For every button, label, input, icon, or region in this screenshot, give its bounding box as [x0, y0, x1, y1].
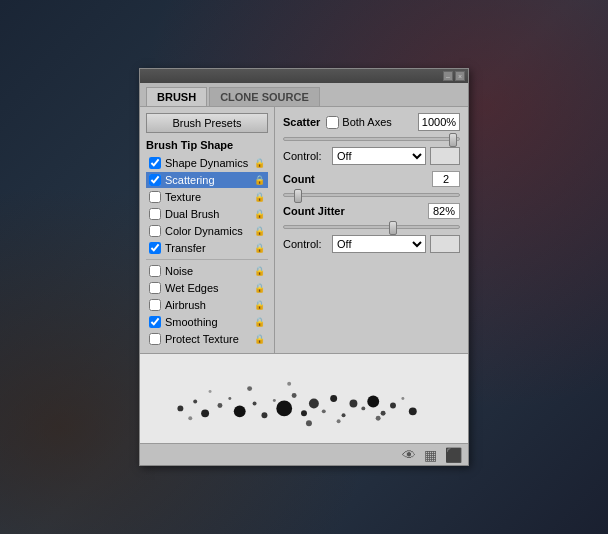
svg-point-1: [193, 399, 197, 403]
airbrush-label: Airbrush: [165, 299, 206, 311]
lock-icon-wet-edges: 🔒: [254, 283, 265, 293]
brush-item-airbrush[interactable]: Airbrush 🔒: [146, 297, 268, 313]
brush-item-texture[interactable]: Texture 🔒: [146, 189, 268, 205]
brush-item-noise[interactable]: Noise 🔒: [146, 263, 268, 279]
scattering-label: Scattering: [165, 174, 215, 186]
svg-point-26: [287, 382, 291, 386]
control1-select[interactable]: Off Fade Pen Pressure Pen Tilt: [332, 147, 426, 165]
noise-label: Noise: [165, 265, 193, 277]
lock-icon-noise: 🔒: [254, 266, 265, 276]
eye-icon[interactable]: 👁: [402, 447, 416, 463]
collapse-button[interactable]: –: [443, 71, 453, 81]
wet-edges-checkbox[interactable]: [149, 282, 161, 294]
texture-checkbox[interactable]: [149, 191, 161, 203]
transfer-checkbox[interactable]: [149, 242, 161, 254]
count-slider-thumb[interactable]: [294, 189, 302, 203]
preview-footer: 👁 ▦ ⬛: [140, 443, 468, 465]
scatter-label: Scatter: [283, 116, 320, 128]
noise-checkbox[interactable]: [149, 265, 161, 277]
brush-panel: – × BRUSH CLONE SOURCE Brush Presets Bru…: [139, 68, 469, 466]
close-button[interactable]: ×: [455, 71, 465, 81]
wet-edges-label: Wet Edges: [165, 282, 219, 294]
protect-texture-label: Protect Texture: [165, 333, 239, 345]
scatter-slider-row: [283, 137, 460, 141]
texture-label: Texture: [165, 191, 201, 203]
svg-point-29: [376, 416, 381, 421]
lock-icon-dual-brush: 🔒: [254, 209, 265, 219]
brush-item-transfer[interactable]: Transfer 🔒: [146, 240, 268, 256]
panel-body: Brush Presets Brush Tip Shape Shape Dyna…: [140, 107, 468, 353]
count-jitter-row: Count Jitter 82%: [283, 203, 460, 219]
svg-point-23: [188, 416, 192, 420]
count-jitter-slider-track[interactable]: [283, 225, 460, 229]
svg-point-8: [273, 399, 276, 402]
count-label: Count: [283, 173, 315, 185]
svg-point-5: [234, 405, 246, 417]
svg-point-17: [361, 406, 365, 410]
svg-point-6: [253, 401, 257, 405]
svg-point-9: [276, 400, 292, 416]
brush-preview-canvas: [140, 354, 468, 443]
lock-icon-transfer: 🔒: [254, 243, 265, 253]
brush-item-protect-texture[interactable]: Protect Texture 🔒: [146, 331, 268, 347]
svg-point-19: [381, 411, 386, 416]
smoothing-checkbox[interactable]: [149, 316, 161, 328]
dual-brush-checkbox[interactable]: [149, 208, 161, 220]
brush-item-shape-dynamics[interactable]: Shape Dynamics 🔒: [146, 155, 268, 171]
lock-icon-airbrush: 🔒: [254, 300, 265, 310]
brush-tip-shape-label: Brush Tip Shape: [146, 139, 268, 151]
svg-point-20: [390, 402, 396, 408]
transfer-label: Transfer: [165, 242, 206, 254]
control2-row: Control: Off Fade Pen Pressure Pen Tilt: [283, 235, 460, 253]
right-panel: Scatter Both Axes 1000% Control: Off Fad…: [275, 107, 468, 353]
lock-icon-protect-texture: 🔒: [254, 334, 265, 344]
svg-point-4: [228, 397, 231, 400]
shape-dynamics-checkbox[interactable]: [149, 157, 161, 169]
lock-icon-texture: 🔒: [254, 192, 265, 202]
svg-point-2: [201, 409, 209, 417]
brush-item-dual-brush[interactable]: Dual Brush 🔒: [146, 206, 268, 222]
count-jitter-slider-thumb[interactable]: [389, 221, 397, 235]
color-dynamics-checkbox[interactable]: [149, 225, 161, 237]
svg-point-7: [261, 412, 267, 418]
svg-point-12: [309, 399, 319, 409]
brush-item-color-dynamics[interactable]: Color Dynamics 🔒: [146, 223, 268, 239]
both-axes-row: Both Axes: [326, 116, 392, 129]
grid-icon[interactable]: ▦: [424, 447, 437, 463]
brush-item-smoothing[interactable]: Smoothing 🔒: [146, 314, 268, 330]
brush-item-scattering[interactable]: Scattering 🔒: [146, 172, 268, 188]
count-slider-row: [283, 193, 460, 197]
scatter-slider-thumb[interactable]: [449, 133, 457, 147]
brush-item-wet-edges[interactable]: Wet Edges 🔒: [146, 280, 268, 296]
tab-clone-source[interactable]: CLONE SOURCE: [209, 87, 320, 106]
svg-point-11: [301, 410, 307, 416]
svg-point-3: [217, 403, 222, 408]
scatter-slider-track[interactable]: [283, 137, 460, 141]
count-jitter-value[interactable]: 82%: [428, 203, 460, 219]
tab-brush[interactable]: BRUSH: [146, 87, 207, 106]
lock-icon: 🔒: [254, 158, 265, 168]
control2-value-box: [430, 235, 460, 253]
protect-texture-checkbox[interactable]: [149, 333, 161, 345]
svg-point-14: [330, 395, 337, 402]
count-row: Count 2: [283, 171, 460, 187]
panel-titlebar: – ×: [140, 69, 468, 83]
count-slider-track[interactable]: [283, 193, 460, 197]
both-axes-checkbox[interactable]: [326, 116, 339, 129]
brush-presets-button[interactable]: Brush Presets: [146, 113, 268, 133]
airbrush-checkbox[interactable]: [149, 299, 161, 311]
svg-point-28: [337, 419, 341, 423]
count-value[interactable]: 2: [432, 171, 460, 187]
export-icon[interactable]: ⬛: [445, 447, 462, 463]
scatter-value[interactable]: 1000%: [418, 113, 460, 131]
scattering-checkbox[interactable]: [149, 174, 161, 186]
svg-point-18: [367, 396, 379, 408]
control2-select[interactable]: Off Fade Pen Pressure Pen Tilt: [332, 235, 426, 253]
brush-list: Shape Dynamics 🔒 Scattering 🔒 Texture 🔒: [146, 155, 268, 347]
svg-point-21: [401, 397, 404, 400]
dual-brush-label: Dual Brush: [165, 208, 219, 220]
color-dynamics-label: Color Dynamics: [165, 225, 243, 237]
svg-point-16: [349, 399, 357, 407]
count-jitter-slider-row: [283, 225, 460, 229]
control1-label: Control:: [283, 150, 328, 162]
